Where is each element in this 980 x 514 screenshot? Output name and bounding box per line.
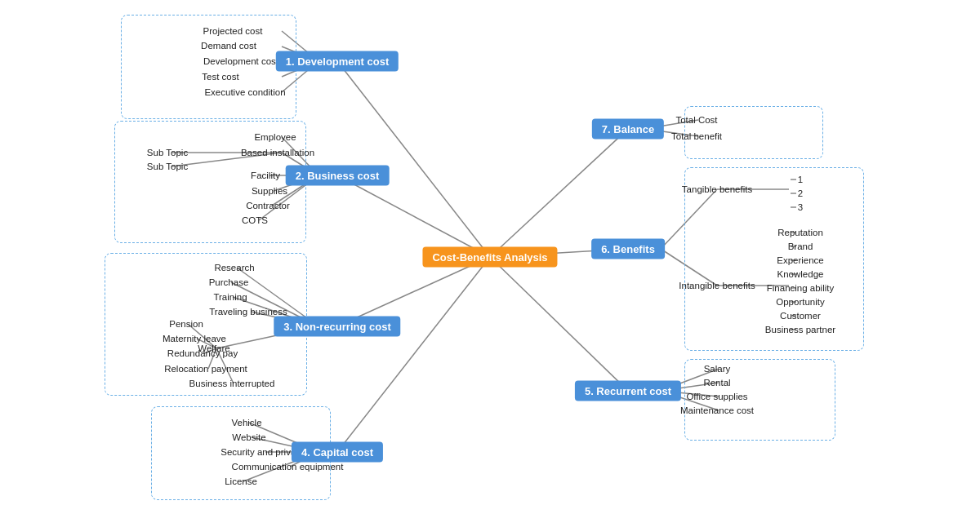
ben-node: 6. Benefits: [591, 239, 665, 259]
dev-item-4: Test cost: [202, 72, 238, 82]
intang-8: Business partner: [765, 325, 835, 335]
welfare-item-2: Maternity leave: [163, 334, 226, 343]
intang-2: Brand: [788, 241, 813, 251]
biz-cost-node: 2. Business cost: [286, 166, 390, 186]
bal-node: 7. Balance: [592, 119, 664, 140]
biz-item-2: Based installation: [241, 148, 314, 157]
dev-item-3: Development cost: [203, 56, 278, 66]
center-label: Cost-Benefits Analysis: [422, 247, 557, 268]
cap-item-1: Vehicle: [231, 418, 261, 428]
biz-item-6: COTS: [242, 215, 268, 225]
dev-item-1: Projected cost: [203, 26, 263, 36]
svg-line-3: [337, 257, 490, 452]
nonrec-item-2: Purchase: [209, 277, 249, 287]
nonrec-item-1: Research: [214, 263, 254, 273]
rec-item-3: Office supplies: [686, 392, 747, 401]
intang-7: Customer: [780, 311, 821, 321]
biz-item-5: Contractor: [246, 201, 290, 210]
biz-cost-label: 2. Business cost: [286, 166, 390, 186]
tangible-label: Tangible benefits: [682, 184, 752, 194]
rec-item-1: Salary: [704, 364, 731, 374]
cap-cost-label: 4. Capital cost: [292, 442, 383, 463]
biz-item-4: Supplies: [252, 186, 287, 196]
subtopic-2: Sub Topic: [147, 162, 188, 171]
tang-1: 1: [798, 175, 803, 184]
biz-item-3: Facility: [251, 171, 280, 180]
nonrec-item-3: Training: [213, 292, 247, 302]
ben-label: 6. Benefits: [591, 239, 665, 259]
cap-item-5: License: [225, 476, 257, 486]
rec-item-4: Maintenance cost: [680, 405, 754, 415]
intang-1: Reputation: [777, 228, 823, 237]
svg-line-1: [337, 175, 490, 257]
welfare-item-5: Business interrupted: [189, 379, 275, 388]
biz-item-1: Employee: [254, 132, 296, 142]
tang-3: 3: [798, 202, 803, 212]
svg-line-4: [490, 129, 628, 257]
nonrec-cost-node: 3. Non-recurring cost: [274, 317, 400, 337]
dev-cost-node: 1. Development cost: [276, 51, 399, 72]
subtopic-1: Sub Topic: [147, 148, 188, 157]
ben-dashed-box: [684, 167, 864, 351]
rec-node: 5. Recurrent cost: [575, 381, 681, 401]
intang-3: Experience: [777, 255, 824, 265]
welfare-item-3: Redundancy pay: [167, 348, 238, 358]
nonrec-item-4: Traveling business: [209, 307, 287, 317]
cap-item-4: Communication equipment: [232, 462, 344, 472]
tang-2: 2: [798, 188, 803, 198]
intang-5: Financing ability: [767, 283, 834, 293]
rec-item-2: Rental: [703, 378, 730, 388]
bal-item-2: Total benefit: [671, 131, 722, 141]
intang-4: Knowledge: [777, 269, 824, 279]
rec-label: 5. Recurrent cost: [575, 381, 681, 401]
bal-label: 7. Balance: [592, 119, 664, 140]
welfare-item-1: Pension: [169, 319, 203, 329]
intangible-label: Intangible benefits: [679, 281, 755, 290]
dev-item-5: Executive condition: [204, 87, 285, 97]
intang-6: Opportunity: [776, 297, 824, 307]
svg-line-0: [337, 61, 490, 257]
bal-item-1: Total Cost: [675, 115, 717, 125]
svg-line-6: [490, 257, 628, 391]
center-node: Cost-Benefits Analysis: [422, 247, 557, 268]
welfare-item-4: Relocation payment: [164, 364, 247, 374]
cap-item-2: Website: [232, 432, 265, 442]
dev-item-2: Demand cost: [201, 41, 256, 51]
cap-cost-node: 4. Capital cost: [292, 442, 383, 463]
dev-cost-label: 1. Development cost: [276, 51, 399, 72]
nonrec-cost-label: 3. Non-recurring cost: [274, 317, 400, 337]
